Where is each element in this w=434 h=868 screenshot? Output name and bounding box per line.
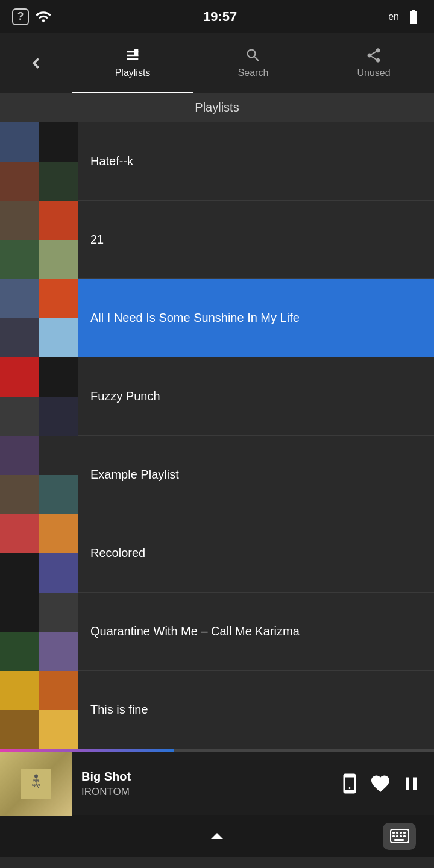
status-bar: ? 19:57 en <box>0 0 434 33</box>
playlist-thumb <box>0 201 78 279</box>
svg-rect-10 <box>396 832 398 834</box>
svg-rect-14 <box>396 835 398 837</box>
chevron-up-button[interactable] <box>51 824 383 848</box>
playlist-name: Hatef--k <box>78 154 434 168</box>
playlist-list: Hatef--k 21 All I Need Is Some Sunshine … <box>0 122 434 749</box>
tab-search[interactable]: Search <box>193 33 313 93</box>
list-item[interactable]: Example Playlist <box>0 436 434 514</box>
bottom-bar <box>0 815 434 857</box>
svg-rect-17 <box>394 839 404 841</box>
tab-playlists-label: Playlists <box>115 68 151 78</box>
playlist-thumb <box>0 357 78 436</box>
svg-rect-16 <box>403 835 406 837</box>
playlist-name: Recolored <box>78 546 434 560</box>
status-left: ? <box>12 8 52 25</box>
playlist-name: Fuzzy Punch <box>78 389 434 403</box>
svg-rect-11 <box>400 832 402 834</box>
now-playing-title: Big Shot <box>81 770 330 784</box>
playlist-name: This is fine <box>78 703 434 717</box>
list-item[interactable]: Recolored <box>0 514 434 593</box>
progress-fill <box>0 749 174 752</box>
svg-rect-15 <box>400 835 402 837</box>
list-item[interactable]: 21 <box>0 201 434 279</box>
wifi-icon <box>35 8 52 25</box>
playlist-thumb <box>0 436 78 514</box>
list-item[interactable]: Hatef--k <box>0 122 434 201</box>
list-item[interactable]: This is fine <box>0 671 434 749</box>
list-item[interactable]: Quarantine With Me – Call Me Karizma <box>0 593 434 671</box>
device-button[interactable] <box>339 773 360 794</box>
tab-unused[interactable]: Unused <box>313 33 434 93</box>
section-title: Playlists <box>0 93 434 122</box>
playlist-name: All I Need Is Some Sunshine In My Life <box>78 311 434 325</box>
question-icon: ? <box>12 8 29 25</box>
status-right: en <box>388 8 422 25</box>
status-time: 19:57 <box>203 9 237 25</box>
playlist-thumb <box>0 122 78 201</box>
playlist-thumb <box>0 671 78 749</box>
battery-icon <box>405 8 422 25</box>
nav-tabs: Playlists Search Unused <box>72 33 434 93</box>
tab-playlists[interactable]: Playlists <box>72 33 193 93</box>
svg-rect-9 <box>392 832 395 834</box>
list-item[interactable]: All I Need Is Some Sunshine In My Life <box>0 279 434 357</box>
playlist-name: 21 <box>78 233 434 247</box>
favorite-button[interactable] <box>370 773 391 794</box>
playlist-thumb <box>0 593 78 671</box>
now-playing-thumb: BIG SHOT <box>0 752 72 816</box>
tab-search-label: Search <box>238 68 269 78</box>
back-button[interactable] <box>0 33 72 93</box>
list-item[interactable]: Fuzzy Punch <box>0 357 434 436</box>
now-playing-bar: BIG SHOT Big Shot IRONTOM <box>0 752 434 815</box>
now-playing-controls <box>339 773 434 794</box>
tab-unused-label: Unused <box>357 68 390 78</box>
now-playing-artist: IRONTOM <box>81 786 330 798</box>
top-nav: Playlists Search Unused <box>0 33 434 93</box>
now-playing-info: Big Shot IRONTOM <box>72 770 339 798</box>
progress-bar[interactable] <box>0 749 434 752</box>
album-art-icon: BIG SHOT <box>21 769 51 799</box>
svg-rect-12 <box>403 832 406 834</box>
svg-point-3 <box>34 775 38 778</box>
playlist-thumb <box>0 514 78 593</box>
lang-indicator: en <box>388 11 399 22</box>
playlist-name: Quarantine With Me – Call Me Karizma <box>78 624 434 638</box>
playlist-thumb <box>0 279 78 357</box>
keyboard-button[interactable] <box>383 823 416 850</box>
pause-button[interactable] <box>400 773 422 794</box>
playlist-name: Example Playlist <box>78 468 434 482</box>
svg-rect-13 <box>392 835 395 837</box>
